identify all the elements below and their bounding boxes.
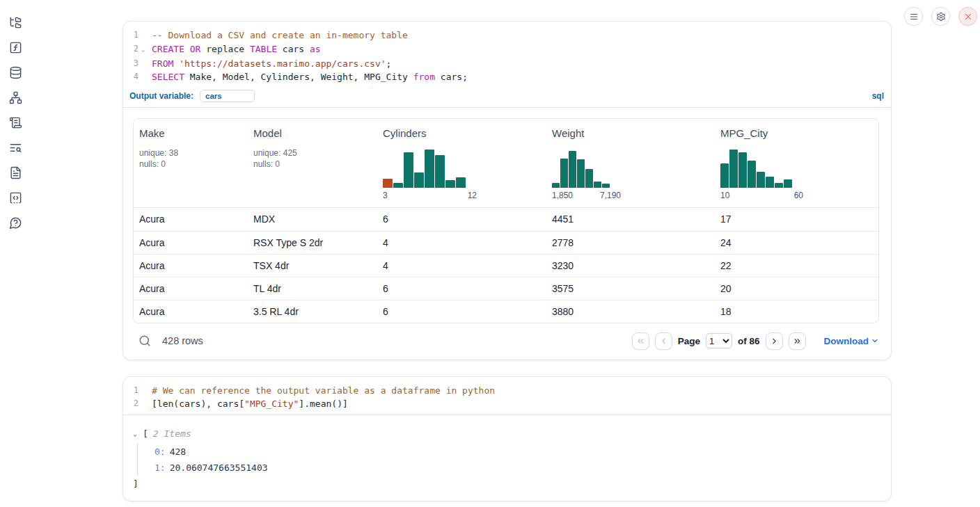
line-number: 3 <box>123 57 139 71</box>
table-cell: 3880 <box>546 306 715 317</box>
histogram-bar <box>585 169 593 188</box>
sql-cell: 1-- Download a CSV and create an in-memo… <box>122 21 892 360</box>
axis-max-label: 7,190 <box>600 191 621 200</box>
sql-code[interactable]: 1-- Download a CSV and create an in-memo… <box>123 22 891 88</box>
table-footer: 428 rows Page 1 of 86 <box>133 323 879 350</box>
sidebar-item-snippets[interactable] <box>8 191 22 204</box>
pagination: Page 1 of 86 Download <box>632 332 879 350</box>
histogram-bar <box>404 152 413 188</box>
first-page-button[interactable] <box>632 332 649 350</box>
sidebar-item-dependency-graph[interactable] <box>8 90 22 104</box>
search-button[interactable] <box>139 335 151 347</box>
line-number: 2 <box>123 42 139 57</box>
sidebar-item-search-logs[interactable] <box>8 140 22 154</box>
table-row[interactable]: Acura3.5 RL 4dr6388018 <box>134 300 878 323</box>
menu-button[interactable] <box>904 7 923 26</box>
next-page-button[interactable] <box>766 332 783 350</box>
column-stat: unique: 38 <box>139 147 248 159</box>
line-number: 2 <box>123 397 139 411</box>
histogram-bar <box>425 150 434 188</box>
sidebar-item-file-explorer[interactable] <box>8 15 22 29</box>
table-cell: 17 <box>715 214 878 225</box>
fold-gutter <box>139 70 148 84</box>
table-row[interactable]: AcuraTL 4dr6357520 <box>134 277 878 300</box>
table-cell: 3575 <box>546 283 715 294</box>
column-name: MPG_City <box>720 127 878 139</box>
page-select[interactable]: 1 <box>706 333 732 348</box>
histogram-axis: 312 <box>383 191 477 200</box>
sidebar-item-variables[interactable] <box>8 40 22 54</box>
table-row[interactable]: AcuraRSX Type S 2dr4277824 <box>134 231 878 254</box>
hamburger-icon <box>909 12 919 22</box>
network-icon <box>9 91 22 104</box>
axis-min-label: 10 <box>720 191 729 200</box>
histogram-bar <box>414 172 424 188</box>
code-line: 1-- Download a CSV and create an in-memo… <box>123 29 891 42</box>
fold-gutter <box>139 384 148 398</box>
column-name: Model <box>253 127 377 139</box>
table-cell: Acura <box>134 260 248 271</box>
help-chat-icon <box>9 216 22 230</box>
axis-min-label: 3 <box>383 191 388 200</box>
page-of-label: of 86 <box>738 336 760 346</box>
code-line: 2⌄CREATE OR replace TABLE cars as <box>123 42 891 57</box>
download-button[interactable]: Download <box>824 336 880 346</box>
axis-max-label: 12 <box>468 191 477 200</box>
scroll-icon <box>9 116 22 129</box>
column-header-Cylinders[interactable]: Cylinders312 <box>377 127 546 200</box>
table-cell: 2778 <box>546 237 715 248</box>
table-header: Makeunique: 38nulls: 0Modelunique: 425nu… <box>134 119 878 208</box>
table-cell: 3.5 RL 4dr <box>248 306 377 317</box>
last-page-button[interactable] <box>789 332 806 350</box>
table-cell: 6 <box>377 214 546 225</box>
shutdown-button[interactable] <box>958 7 977 26</box>
function-square-icon <box>9 41 22 54</box>
collapse-toggle-icon[interactable]: ⌄ <box>133 427 143 441</box>
column-header-Weight[interactable]: Weight1,8507,190 <box>546 127 715 200</box>
sql-editor[interactable]: 1-- Download a CSV and create an in-memo… <box>123 22 891 108</box>
chevrons-right-icon <box>793 337 802 346</box>
settings-button[interactable] <box>931 7 950 26</box>
output-variable-input[interactable] <box>200 90 255 102</box>
sidebar-item-documentation[interactable] <box>8 166 22 179</box>
fold-toggle-icon[interactable]: ⌄ <box>139 42 148 57</box>
column-header-Model[interactable]: Modelunique: 425nulls: 0 <box>248 127 377 200</box>
python-code[interactable]: 1# We can reference the output variable … <box>123 377 891 415</box>
histogram-bar <box>748 161 756 188</box>
column-name: Weight <box>552 127 715 139</box>
sidebar-item-help[interactable] <box>8 216 22 230</box>
sql-output: Makeunique: 38nulls: 0Modelunique: 425nu… <box>123 108 891 360</box>
code-line: 2[len(cars), cars["MPG_City"].mean()] <box>123 397 891 411</box>
histogram-bar <box>445 180 455 188</box>
line-number: 1 <box>123 384 139 398</box>
code-line: 3FROM 'https://datasets.marimo.app/cars.… <box>123 57 891 71</box>
sidebar-item-logs[interactable] <box>8 115 22 129</box>
column-stat: nulls: 0 <box>139 159 248 170</box>
table-cell: TSX 4dr <box>248 260 377 271</box>
data-table: Makeunique: 38nulls: 0Modelunique: 425nu… <box>133 118 879 323</box>
column-header-Make[interactable]: Makeunique: 38nulls: 0 <box>134 127 248 200</box>
histogram-bar <box>456 177 466 188</box>
table-row[interactable]: AcuraMDX6445117 <box>134 208 878 231</box>
python-editor[interactable]: 1# We can reference the output variable … <box>123 377 891 415</box>
table-cell: 22 <box>715 260 878 271</box>
sidebar-item-data-sources[interactable] <box>8 65 22 79</box>
page-label: Page <box>678 336 700 346</box>
items-count-label: 2 Items <box>153 427 191 441</box>
table-cell: Acura <box>134 306 248 317</box>
list-item: 1:20.060747663551403 <box>155 460 880 476</box>
gear-icon <box>936 12 946 22</box>
column-header-MPG_City[interactable]: MPG_City1060 <box>715 127 878 200</box>
notebook-controls <box>904 7 977 26</box>
histogram-axis: 1060 <box>720 191 803 200</box>
line-number: 1 <box>123 29 139 42</box>
fold-gutter <box>139 397 148 411</box>
table-row[interactable]: AcuraTSX 4dr4323022 <box>134 254 878 277</box>
chevrons-left-icon <box>636 337 645 346</box>
table-cell: 4451 <box>546 214 715 225</box>
python-output: ⌄ [ 2 Items 0:428 1:20.060747663551403 ] <box>123 415 891 501</box>
table-cell: 18 <box>715 306 878 317</box>
table-cell: 20 <box>715 283 878 294</box>
histogram-bar <box>577 159 585 188</box>
prev-page-button[interactable] <box>655 332 672 350</box>
